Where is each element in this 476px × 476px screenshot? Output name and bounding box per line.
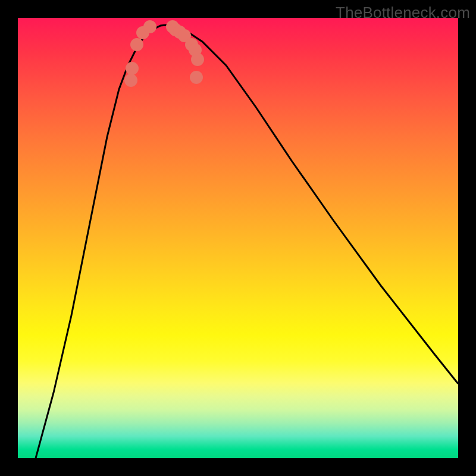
chart-svg (18, 18, 458, 458)
bottleneck-curve (36, 25, 458, 458)
marker-dot (191, 53, 204, 66)
watermark-text: TheBottleneck.com (336, 4, 470, 22)
marker-dot (190, 71, 203, 84)
marker-dot (143, 20, 156, 33)
data-markers (124, 20, 204, 87)
marker-dot (130, 38, 143, 51)
marker-dot (126, 62, 139, 75)
marker-dot (124, 74, 137, 87)
plot-area (18, 18, 458, 458)
